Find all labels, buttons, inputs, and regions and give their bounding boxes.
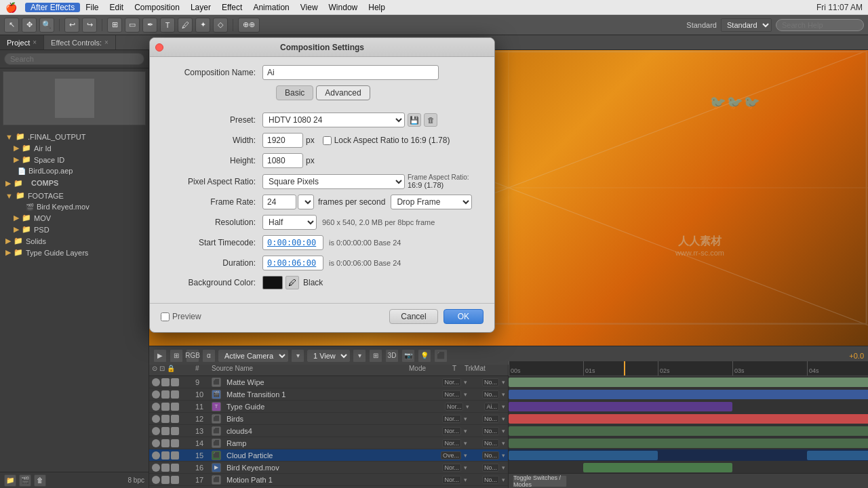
menu-view[interactable]: View bbox=[295, 3, 323, 12]
mode-dd-12[interactable]: ▾ bbox=[464, 415, 467, 422]
mode-badge-13[interactable]: Nor... bbox=[442, 427, 461, 435]
layer-row-10[interactable]: 10 🎬 Matte Transition 1 Nor... ▾ No... ▾ bbox=[149, 388, 508, 401]
menu-edit[interactable]: Edit bbox=[104, 3, 129, 12]
viewer-arrow-btn[interactable]: ▾ bbox=[291, 349, 304, 363]
trkmat-dd-10[interactable]: ▾ bbox=[502, 391, 505, 398]
trkmat-badge-9[interactable]: No... bbox=[482, 378, 499, 386]
mode-badge-16[interactable]: Nor... bbox=[442, 464, 461, 472]
vis-icon-17[interactable] bbox=[152, 476, 160, 484]
viewer-channels-btn[interactable]: RGB bbox=[186, 349, 199, 363]
apple-menu[interactable]: 🍎 bbox=[5, 2, 17, 13]
viewer-toggle-btn[interactable]: ▶ bbox=[153, 349, 167, 363]
tree-item-type-guide[interactable]: ▶ 📁 Type Guide Layers bbox=[0, 247, 149, 258]
tree-item-space-id[interactable]: ▶ 📁 Space ID bbox=[0, 154, 149, 165]
menu-help[interactable]: Help bbox=[363, 3, 391, 12]
vis-icon-9[interactable] bbox=[152, 378, 160, 386]
drop-frame-select[interactable]: Drop Frame bbox=[391, 195, 472, 209]
preset-save-btn[interactable]: 💾 bbox=[408, 113, 421, 127]
tree-item-mov[interactable]: ▶ 📁 MOV bbox=[0, 212, 149, 224]
frame-rate-input[interactable] bbox=[262, 195, 296, 209]
brush-tool[interactable]: 🖊 bbox=[178, 18, 193, 33]
duration-input[interactable] bbox=[262, 256, 323, 270]
active-camera-select[interactable]: Active Camera bbox=[218, 350, 288, 362]
mode-dd-13[interactable]: ▾ bbox=[464, 428, 467, 434]
trkmat-dd-16[interactable]: ▾ bbox=[502, 464, 505, 471]
layer-row-14[interactable]: 14 ⬛ Ramp Nor... ▾ No... ▾ bbox=[149, 437, 508, 449]
layer-row-11[interactable]: 11 T Type Guide Nor... ▾ Ai... ▾ bbox=[149, 401, 508, 413]
mode-dd-11[interactable]: ▾ bbox=[466, 403, 469, 410]
zoom-tool[interactable]: 🔍 bbox=[39, 18, 54, 33]
start-timecode-input[interactable] bbox=[262, 235, 323, 250]
mode-dd-14[interactable]: ▾ bbox=[464, 440, 467, 447]
trkmat-badge-13[interactable]: No... bbox=[482, 427, 499, 435]
solo-icon-13[interactable] bbox=[161, 427, 170, 435]
viewer-camera-btn[interactable]: 📷 bbox=[401, 349, 415, 363]
lock-icon-15[interactable] bbox=[171, 451, 179, 460]
menu-after-effects[interactable]: After Effects bbox=[25, 3, 80, 12]
vis-icon-11[interactable] bbox=[152, 403, 160, 411]
mode-badge-15[interactable]: Ove... bbox=[441, 451, 461, 460]
preset-delete-btn[interactable]: 🗑 bbox=[424, 113, 437, 127]
solo-icon-11[interactable] bbox=[161, 403, 170, 411]
menu-window[interactable]: Window bbox=[323, 3, 363, 12]
project-tab-close[interactable]: × bbox=[33, 39, 37, 46]
solo-icon-16[interactable] bbox=[161, 464, 170, 472]
layer-row-17[interactable]: 17 ⬛ Motion Path 1 Nor... ▾ No... ▾ bbox=[149, 474, 508, 486]
menu-animation[interactable]: Animation bbox=[248, 3, 294, 12]
pixel-aspect-select[interactable]: Square Pixels bbox=[262, 174, 405, 189]
trkmat-badge-11[interactable]: Ai... bbox=[484, 403, 499, 411]
viewer-alpha-btn[interactable]: α bbox=[202, 349, 216, 363]
new-folder-btn[interactable]: 📁 bbox=[4, 474, 16, 487]
solo-icon-12[interactable] bbox=[161, 415, 170, 423]
vis-icon-14[interactable] bbox=[152, 439, 160, 447]
hand-tool[interactable]: ✥ bbox=[22, 18, 37, 33]
menu-effect[interactable]: Effect bbox=[216, 3, 248, 12]
composition-settings-dialog[interactable]: Composition Settings Composition Name: B… bbox=[149, 37, 495, 333]
search-help-input[interactable] bbox=[776, 19, 864, 31]
trkmat-badge-15[interactable]: No... bbox=[482, 451, 499, 460]
trkmat-badge-14[interactable]: No... bbox=[482, 439, 499, 447]
menu-file[interactable]: File bbox=[80, 3, 104, 12]
viewer-view-arrow[interactable]: ▾ bbox=[353, 349, 366, 363]
lock-icon-12[interactable] bbox=[171, 415, 179, 423]
trkmat-dd-14[interactable]: ▾ bbox=[502, 440, 505, 447]
viewer-grid-btn[interactable]: ⊞ bbox=[170, 349, 183, 363]
mode-dd-15[interactable]: ▾ bbox=[464, 452, 467, 459]
preset-select[interactable]: HDTV 1080 24 bbox=[262, 113, 405, 127]
workspace-select[interactable]: Standard bbox=[721, 18, 772, 32]
create-comp-btn[interactable]: ⊞ bbox=[107, 18, 122, 33]
tab-advanced[interactable]: Advanced bbox=[316, 85, 370, 100]
mode-dd-17[interactable]: ▾ bbox=[464, 476, 467, 483]
trkmat-badge-16[interactable]: No... bbox=[482, 464, 499, 472]
lock-aspect-checkbox[interactable] bbox=[323, 136, 332, 145]
mode-badge-14[interactable]: Nor... bbox=[442, 439, 461, 447]
lock-icon-16[interactable] bbox=[171, 464, 179, 472]
trkmat-dd-11[interactable]: ▾ bbox=[502, 403, 505, 410]
tree-item-solids[interactable]: ▶ 📁 Solids bbox=[0, 235, 149, 247]
project-search-input[interactable] bbox=[4, 53, 144, 65]
dialog-close-button[interactable] bbox=[155, 43, 163, 52]
solo-icon-15[interactable] bbox=[161, 451, 170, 460]
width-input[interactable] bbox=[262, 133, 303, 148]
view-mode-select[interactable]: 1 View bbox=[307, 350, 350, 362]
layer-row-13[interactable]: 13 ⬛ clouds4 Nor... ▾ No... ▾ bbox=[149, 425, 508, 437]
lock-icon-17[interactable] bbox=[171, 476, 179, 484]
lock-icon-9[interactable] bbox=[171, 378, 179, 386]
tree-item-psd[interactable]: ▶ 📁 PSD bbox=[0, 224, 149, 235]
mode-dd-9[interactable]: ▾ bbox=[464, 379, 467, 386]
solo-icon-17[interactable] bbox=[161, 476, 170, 484]
redo-btn[interactable]: ↪ bbox=[82, 18, 97, 33]
trkmat-dd-12[interactable]: ▾ bbox=[502, 415, 505, 422]
mode-badge-11[interactable]: Nor... bbox=[445, 403, 464, 411]
new-comp-btn[interactable]: 🎬 bbox=[19, 474, 31, 487]
tree-item-birdloop[interactable]: 📄 BirdLoop.aep bbox=[0, 165, 149, 176]
solo-icon-10[interactable] bbox=[161, 390, 170, 399]
mode-dd-10[interactable]: ▾ bbox=[464, 391, 467, 398]
viewer-3d-btn[interactable]: 3D bbox=[385, 349, 399, 363]
viewer-snap-btn[interactable]: ⊞ bbox=[369, 349, 382, 363]
tree-item-final-output[interactable]: ▼ 📁 .FINAL_OUTPUT bbox=[0, 131, 149, 142]
trkmat-dd-15[interactable]: ▾ bbox=[502, 452, 505, 459]
trash-btn[interactable]: 🗑 bbox=[34, 474, 46, 487]
cancel-button[interactable]: Cancel bbox=[389, 309, 437, 324]
trkmat-badge-17[interactable]: No... bbox=[482, 476, 499, 484]
